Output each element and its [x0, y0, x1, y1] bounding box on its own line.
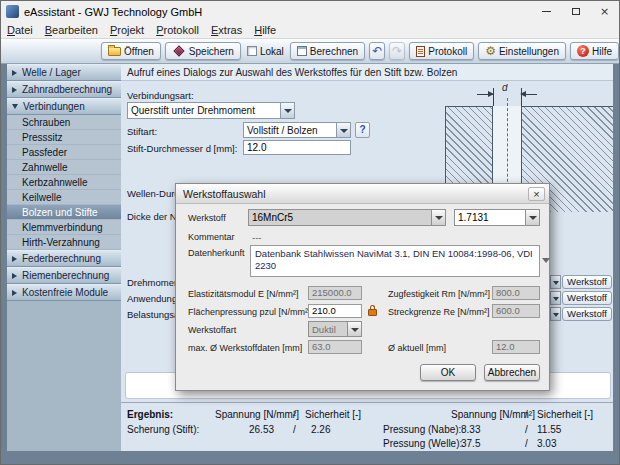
emodul-label: Elastizitätsmodul E [N/mm²] — [188, 289, 299, 299]
ok-button[interactable]: OK — [420, 364, 476, 381]
durchmesser-input[interactable] — [243, 140, 351, 155]
datenherkunft-expand-icon[interactable] — [542, 258, 550, 263]
chevron-down-icon[interactable] — [336, 123, 350, 137]
settings-button[interactable]: ⚙ Einstellungen — [478, 42, 566, 60]
scherung-label: Scherung (Stift): — [127, 424, 199, 435]
minimize-icon — [542, 11, 551, 12]
stiftart-label: Stiftart: — [127, 126, 157, 137]
zugfestigkeit-label: Zugfestigkeit Rm [N/mm²] — [388, 289, 490, 299]
redo-button[interactable]: ↷ — [389, 42, 405, 60]
sidebar-section-welle-lager[interactable]: Welle / Lager — [7, 64, 121, 81]
titlebar: eAssistant - GWJ Technology GmbH × — [1, 1, 619, 22]
chevron-down-icon[interactable] — [280, 103, 294, 118]
dialog-close-button[interactable]: × — [528, 187, 545, 201]
section-label: Welle / Lager — [22, 67, 81, 78]
dimension-arrow-icon — [477, 94, 493, 95]
max-durchmesser-field: 63.0 — [308, 340, 362, 354]
werkstoffart-value: Duktil — [309, 322, 347, 336]
werkstoff-welle-button[interactable]: Werkstoff — [562, 291, 612, 305]
protocol-label: Protokoll — [428, 46, 467, 57]
slash-separator: / — [525, 438, 528, 449]
save-button[interactable]: Speichern — [165, 42, 241, 60]
stiftart-help-button[interactable]: ? — [355, 122, 370, 138]
local-checkbox-group: Lokal — [245, 46, 286, 57]
werkstoff-nabe-button[interactable]: Werkstoff — [562, 307, 612, 321]
durchmesser-label: Stift-Durchmesser d [mm]: — [127, 143, 237, 154]
menu-extras[interactable]: Extras — [205, 24, 248, 36]
scherung-sicherheit-value: 2.26 — [311, 424, 330, 435]
verbindungsart-select[interactable]: Querstift unter Drehmoment — [127, 102, 295, 119]
minimize-button[interactable] — [532, 1, 561, 22]
protocol-button[interactable]: Protokoll — [409, 42, 474, 60]
sidebar-section-riemenberechnung[interactable]: Riemenberechnung — [7, 267, 121, 284]
sidebar-section-kostenfreie-module[interactable]: Kostenfreie Module — [7, 284, 121, 301]
sidebar-item-presssitz[interactable]: Presssitz — [7, 130, 121, 145]
menu-protokoll[interactable]: Protokoll — [150, 24, 205, 36]
werkstoff-stift-combo-arrow-icon[interactable] — [550, 275, 561, 289]
werkstoff-nabe-combo-arrow-icon[interactable] — [550, 307, 561, 321]
streckgrenze-field: 600.0 — [492, 304, 540, 318]
slash-separator: / — [293, 409, 296, 420]
lock-icon[interactable] — [368, 309, 377, 316]
menu-datei[interactable]: Datei — [1, 24, 39, 36]
section-label: Riemenberechnung — [22, 270, 109, 281]
chevron-down-icon[interactable] — [525, 210, 539, 225]
close-button[interactable]: × — [590, 1, 619, 22]
app-window: eAssistant - GWJ Technology GmbH × Datei… — [0, 0, 620, 465]
dialog-title: Werkstoffauswahl — [176, 184, 549, 204]
zugfestigkeit-field: 800.0 — [492, 286, 540, 300]
open-button[interactable]: Öffnen — [101, 42, 161, 60]
aktueller-durchmesser-label: Ø aktuell [mm] — [388, 343, 446, 353]
datenherkunft-label: Datenherkunft — [188, 248, 245, 258]
spannung-header-right: Spannung [N/mm²] — [451, 409, 535, 420]
pressung-nabe-label: Pressung (Nabe): — [383, 424, 461, 435]
close-icon: × — [600, 6, 609, 17]
sidebar-item-zahnwelle[interactable]: Zahnwelle — [7, 160, 121, 175]
help-icon: ? — [577, 45, 589, 57]
local-checkbox[interactable] — [247, 46, 257, 56]
folder-icon — [108, 47, 121, 56]
menu-projekt[interactable]: Projekt — [104, 24, 150, 36]
local-label: Lokal — [260, 46, 284, 57]
maximize-button[interactable] — [561, 1, 590, 22]
toolbar: Öffnen Speichern Lokal Berechnen ↶ ↷ — [1, 39, 619, 64]
sidebar-item-klemmverbindung[interactable]: Klemmverbindung — [7, 220, 121, 235]
sidebar-item-keilwelle[interactable]: Keilwelle — [7, 190, 121, 205]
stiftart-select[interactable]: Vollstift / Bolzen — [243, 122, 351, 138]
sidebar-section-federberechnung[interactable]: Federberechnung — [7, 250, 121, 267]
sidebar-item-kerbzahnwelle[interactable]: Kerbzahnwelle — [7, 175, 121, 190]
section-label: Verbindungen — [23, 101, 85, 112]
undo-button[interactable]: ↶ — [369, 42, 385, 60]
werkstoffnummer-select[interactable]: 1.7131 — [454, 209, 540, 226]
calculate-button[interactable]: Berechnen — [290, 42, 365, 60]
cancel-button[interactable]: Abbrechen — [484, 364, 540, 381]
document-icon — [416, 46, 425, 57]
help-button[interactable]: ? Hilfe — [570, 42, 619, 60]
chevron-down-icon — [347, 322, 361, 336]
werkstoff-select[interactable]: 16MnCr5 — [248, 209, 446, 226]
flaechenpressung-field[interactable]: 210.0 — [308, 304, 362, 318]
sicherheit-header-left: Sicherheit [-] — [305, 409, 361, 420]
werkstoff-welle-combo-arrow-icon[interactable] — [550, 291, 561, 305]
aktueller-durchmesser-field: 12.0 — [492, 340, 540, 354]
collapsed-arrow-icon — [12, 70, 17, 76]
sidebar-section-zahnradberechnung[interactable]: Zahnradberechnung — [7, 81, 121, 98]
menu-hilfe[interactable]: Hilfe — [248, 24, 282, 36]
sidebar-item-bolzen-und-stifte[interactable]: Bolzen und Stifte — [7, 205, 121, 220]
pressung-nabe-sicherheit-value: 11.55 — [537, 424, 561, 435]
calculate-label: Berechnen — [310, 46, 358, 57]
sicherheit-header-right: Sicherheit [-] — [537, 409, 593, 420]
werkstoffnummer-value: 1.7131 — [455, 210, 525, 225]
chevron-down-icon[interactable] — [431, 210, 445, 225]
results-area: Ergebnis: Spannung [N/mm²] / Sicherheit … — [121, 402, 613, 451]
menu-bearbeiten[interactable]: Bearbeiten — [39, 24, 104, 36]
sidebar-item-passfeder[interactable]: Passfeder — [7, 145, 121, 160]
sidebar-section-verbindungen[interactable]: Verbindungen — [7, 98, 121, 115]
extension-line — [521, 88, 522, 106]
collapsed-arrow-icon — [12, 273, 17, 279]
redo-icon: ↷ — [392, 45, 402, 57]
sidebar-item-hirth-verzahnung[interactable]: Hirth-Verzahnung — [7, 235, 121, 250]
spannung-header-left: Spannung [N/mm²] — [215, 409, 299, 420]
werkstoff-stift-button[interactable]: Werkstoff — [562, 275, 612, 289]
sidebar-item-schrauben[interactable]: Schrauben — [7, 115, 121, 130]
